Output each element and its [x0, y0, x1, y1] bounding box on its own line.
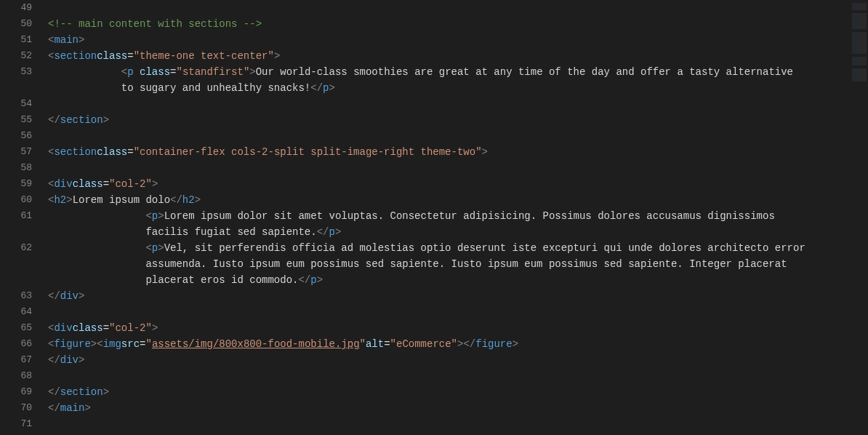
line-number-gutter: 4950515253545556575859606162636465666768… — [0, 0, 45, 435]
line-number: 58 — [0, 160, 45, 176]
tag-p: p — [152, 210, 158, 222]
line-number: 61 — [0, 208, 45, 224]
tag-section-close: section — [60, 112, 103, 128]
attr-class: class — [97, 48, 127, 64]
text-content: Lorem ipsum dolo — [73, 192, 170, 208]
attr-value-link[interactable]: assets/img/800x800-food-mobile.jpg — [152, 338, 360, 350]
code-line[interactable]: <div class="col-2"> — [48, 320, 851, 336]
line-number: 64 — [0, 304, 45, 320]
code-editor[interactable]: <!-- main content with sections --> <mai… — [45, 0, 851, 435]
line-number: 70 — [0, 400, 45, 416]
tag-section: section — [54, 144, 97, 160]
tag-p-close: p — [323, 82, 329, 94]
line-number: 63 — [0, 288, 45, 304]
code-line[interactable]: <section class="theme-one text-center"> — [48, 48, 851, 64]
line-number: 51 — [0, 32, 45, 48]
line-number — [0, 80, 45, 96]
code-line[interactable] — [48, 128, 851, 144]
code-line[interactable] — [48, 0, 851, 16]
code-line[interactable] — [48, 160, 851, 176]
tag-figure: figure — [54, 336, 90, 352]
line-number — [0, 256, 45, 272]
attr-value: container-flex cols-2-split split-image-… — [140, 146, 475, 158]
code-line[interactable]: <p>Vel, sit perferendis officia ad moles… — [48, 240, 851, 288]
attr-value: col-2 — [115, 322, 145, 334]
code-line[interactable]: </div> — [48, 352, 851, 368]
tag-p-close: p — [329, 226, 334, 238]
tag-main: main — [54, 32, 79, 48]
comment: <!-- main content with sections --> — [48, 16, 262, 32]
attr-class: class — [140, 66, 170, 78]
tag-div-close: div — [60, 352, 79, 368]
line-number: 60 — [0, 192, 45, 208]
line-number: 67 — [0, 352, 45, 368]
code-line[interactable]: <figure><img src="assets/img/800x800-foo… — [48, 336, 851, 352]
line-number: 62 — [0, 240, 45, 256]
attr-class: class — [73, 320, 103, 336]
tag-section: section — [54, 48, 97, 64]
attr-value: theme-one text-center — [140, 50, 268, 62]
line-number: 57 — [0, 144, 45, 160]
attr-alt: alt — [366, 336, 384, 352]
line-number: 55 — [0, 112, 45, 128]
tag-div: div — [54, 176, 72, 192]
minimap[interactable] — [851, 0, 868, 435]
line-number: 54 — [0, 96, 45, 112]
line-number: 52 — [0, 48, 45, 64]
attr-value: col-2 — [115, 178, 145, 190]
line-number: 50 — [0, 16, 45, 32]
line-number: 49 — [0, 0, 45, 16]
line-number: 59 — [0, 176, 45, 192]
code-line[interactable]: </section> — [48, 384, 851, 400]
tag-section-close: section — [60, 384, 103, 400]
code-line[interactable] — [48, 368, 851, 384]
tag-p: p — [127, 66, 133, 78]
tag-div-close: div — [60, 288, 79, 304]
tag-main-close: main — [60, 400, 85, 416]
line-number: 53 — [0, 64, 45, 80]
attr-value: eCommerce — [396, 338, 451, 350]
code-line[interactable]: <p>Lorem ipsum dolor sit amet voluptas. … — [48, 208, 851, 240]
line-number: 66 — [0, 336, 45, 352]
line-number — [0, 272, 45, 288]
attr-class: class — [73, 176, 103, 192]
code-line[interactable] — [48, 304, 851, 320]
tag-img: img — [103, 336, 121, 352]
code-line[interactable]: </section> — [48, 112, 851, 128]
code-line[interactable] — [48, 96, 851, 112]
tag-figure-close: figure — [475, 336, 512, 352]
code-line[interactable]: </div> — [48, 288, 851, 304]
line-number: 56 — [0, 128, 45, 144]
code-line[interactable]: </main> — [48, 400, 851, 416]
attr-value: standfirst — [182, 66, 244, 78]
text-content: Our world-class smoothies are great at a… — [256, 66, 800, 78]
code-line[interactable]: <main> — [48, 32, 851, 48]
tag-h2: h2 — [54, 192, 66, 208]
tag-p-close: p — [310, 274, 316, 286]
tag-p: p — [152, 242, 158, 254]
tag-h2-close: h2 — [182, 192, 195, 208]
tag-div: div — [54, 320, 72, 336]
attr-src: src — [121, 336, 140, 352]
code-line[interactable]: <section class="container-flex cols-2-sp… — [48, 144, 851, 160]
line-number — [0, 224, 45, 240]
code-line[interactable] — [48, 416, 851, 432]
line-number: 69 — [0, 384, 45, 400]
line-number: 68 — [0, 368, 45, 384]
text-content: Vel, sit perferendis officia ad molestia… — [164, 242, 812, 254]
code-line[interactable]: <h2>Lorem ipsum dolo</h2> — [48, 192, 851, 208]
line-number: 65 — [0, 320, 45, 336]
text-content: Lorem ipsum dolor sit amet voluptas. Con… — [164, 210, 781, 222]
line-number: 71 — [0, 416, 45, 432]
code-line[interactable]: <div class="col-2"> — [48, 176, 851, 192]
code-line[interactable]: <p class="standfirst">Our world-class sm… — [48, 64, 851, 96]
code-line[interactable]: <!-- main content with sections --> — [48, 16, 851, 32]
attr-class: class — [97, 144, 127, 160]
